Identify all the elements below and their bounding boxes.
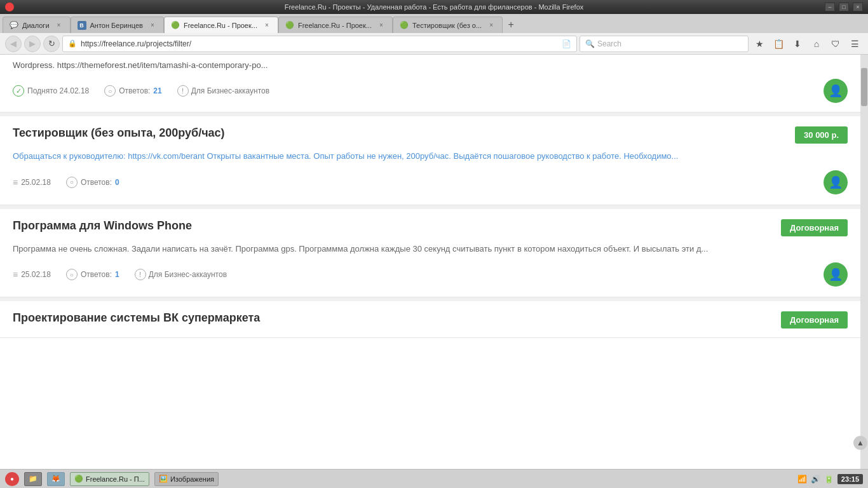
avatar-tester: 👤	[824, 170, 848, 194]
tab-close-freelance1[interactable]: ×	[262, 21, 271, 30]
project-header-tester: Тестировщик (без опыта, 200руб/час) 30 0…	[13, 126, 848, 144]
title-bar: Freelance.Ru - Проекты - Удаленная работ…	[0, 0, 868, 14]
tab-dialogi[interactable]: 💬 Диалоги ×	[3, 17, 71, 33]
project-price-tester: 30 000 р.	[795, 126, 848, 144]
comment-icon-windows: ○	[66, 269, 78, 280]
comment-icon-partial: ○	[104, 85, 116, 97]
project-header-windows: Программа для Windows Phone Договорная	[13, 219, 848, 236]
partial-answers: ○ Ответов: 21	[104, 85, 161, 97]
tab-tester[interactable]: 🟢 Тестировщик (без о... ×	[393, 17, 503, 33]
new-tab-button[interactable]: +	[503, 17, 519, 33]
tab-label-dialogi: Диалоги	[22, 22, 50, 29]
system-tray: 📶 🔊 🔋 23:15	[797, 474, 863, 484]
taskbar-files-button[interactable]: 📁	[24, 472, 42, 486]
answers-count-windows: 1	[115, 270, 119, 279]
menu-icon-tester: ≡	[13, 177, 18, 187]
answers-count-tester: 0	[115, 178, 119, 187]
network-icon: 📶	[797, 475, 807, 484]
tab-icon-freelance2: 🟢	[285, 21, 294, 30]
scroll-to-top-button[interactable]: ▲	[853, 436, 867, 450]
project-title-windows[interactable]: Программа для Windows Phone	[13, 219, 192, 233]
partial-answers-label: Ответов:	[119, 86, 150, 95]
partial-card: Wordpress. https://themeforest.net/item/…	[0, 55, 860, 112]
avatar-windows: 👤	[824, 262, 848, 287]
project-card-supermarket: Проектирование системы ВК супермаркета Д…	[0, 297, 860, 338]
bookmarks-star-button[interactable]: ★	[751, 36, 768, 52]
project-desc-windows: Программа не очень сложная. Задали напис…	[13, 243, 848, 255]
project-title-tester[interactable]: Тестировщик (без опыта, 200руб/час)	[13, 126, 225, 140]
search-icon: 🔍	[585, 39, 595, 48]
maximize-button[interactable]: □	[839, 3, 849, 11]
window-close-button[interactable]	[5, 3, 14, 11]
project-desc-normal-tester: Открыты вакантные места. Опыт работы не …	[205, 151, 679, 161]
volume-icon: 🔊	[811, 475, 820, 484]
avatar-icon-windows: 👤	[829, 268, 843, 281]
synced-tabs-button[interactable]: 📋	[770, 36, 787, 52]
project-meta-windows: ≡ 25.02.18 ○ Ответов: 1 ! Для Бизнес-акк…	[13, 262, 848, 287]
tab-label-anton: Антон Беринцев	[90, 22, 143, 29]
date-tester: ≡ 25.02.18	[13, 177, 51, 187]
nav-bar: ◀ ▶ ↻ 🔒 https://freelance.ru/projects/fi…	[0, 33, 868, 55]
tab-close-anton[interactable]: ×	[148, 21, 157, 30]
date-text-windows: 25.02.18	[21, 270, 51, 279]
taskbar-files-icon: 📁	[29, 475, 37, 483]
nav-right: 🔍 Search ★ 📋 ⬇ ⌂ 🛡 ☰	[580, 36, 863, 52]
tab-freelance2[interactable]: 🟢 Freelance.Ru - Проек... ×	[278, 17, 393, 33]
clock-time: 23:15	[841, 475, 859, 483]
tab-close-tester[interactable]: ×	[487, 21, 496, 30]
home-button[interactable]: ⌂	[808, 36, 825, 52]
address-bar[interactable]: 🔒 https://freelance.ru/projects/filter/ …	[62, 36, 577, 52]
close-button[interactable]: ×	[853, 3, 863, 11]
reload-button[interactable]: ↻	[43, 36, 60, 52]
partial-business-label: Для Бизнес-аккаунтов	[191, 86, 269, 95]
project-meta-tester: ≡ 25.02.18 ○ Ответов: 0 👤	[13, 170, 848, 194]
project-price-supermarket: Договорная	[781, 311, 848, 329]
taskbar-browser-button[interactable]: 🦊	[47, 472, 65, 486]
date-text-tester: 25.02.18	[21, 178, 51, 187]
tab-freelance1[interactable]: 🟢 Freelance.Ru - Проек... ×	[164, 17, 278, 33]
business-label-windows: Для Бизнес-аккаунтов	[149, 270, 227, 279]
project-price-windows: Договорная	[781, 219, 848, 236]
project-desc-text-windows: Программа не очень сложная. Задали напис…	[13, 244, 708, 254]
tab-close-freelance2[interactable]: ×	[377, 21, 386, 30]
start-icon: ●	[10, 475, 14, 482]
taskbar-images-button[interactable]: 🖼️ Изображения	[154, 472, 219, 486]
check-icon: ✓	[13, 85, 24, 97]
lock-icon: 🔒	[68, 39, 77, 48]
project-card-tester: Тестировщик (без опыта, 200руб/час) 30 0…	[0, 112, 860, 205]
tab-anton[interactable]: В Антон Беринцев ×	[71, 17, 164, 33]
start-button[interactable]: ●	[5, 472, 19, 486]
window-controls: – □ ×	[825, 3, 863, 11]
menu-button[interactable]: ☰	[846, 36, 863, 52]
forward-button[interactable]: ▶	[24, 36, 41, 52]
project-desc-tester: Обращаться к руководителю: https://vk.co…	[13, 150, 848, 163]
tab-label-tester: Тестировщик (без о...	[412, 22, 482, 29]
partial-card-text: Wordpress. https://themeforest.net/item/…	[13, 60, 848, 71]
search-bar[interactable]: 🔍 Search	[580, 36, 749, 52]
date-windows: ≡ 25.02.18	[13, 269, 51, 280]
search-placeholder: Search	[597, 39, 621, 48]
exclamation-icon-windows: !	[135, 269, 146, 280]
answers-tester: ○ Ответов: 0	[66, 177, 119, 188]
partial-raised: ✓ Поднято 24.02.18	[13, 85, 89, 97]
taskbar-freelance-button[interactable]: 🟢 Freelance.Ru - П...	[70, 472, 149, 486]
minimize-button[interactable]: –	[825, 3, 835, 11]
project-header-supermarket: Проектирование системы ВК супермаркета Д…	[13, 311, 848, 329]
url-text: https://freelance.ru/projects/filter/	[81, 39, 558, 48]
project-title-supermarket[interactable]: Проектирование системы ВК супермаркета	[13, 311, 260, 325]
scrollbar[interactable]: ▲	[860, 55, 868, 469]
downloads-button[interactable]: ⬇	[789, 36, 806, 52]
answers-label-tester: Ответов:	[81, 178, 112, 187]
partial-avatar: 👤	[824, 79, 848, 103]
pocket-button[interactable]: 🛡	[827, 36, 844, 52]
back-button[interactable]: ◀	[5, 36, 22, 52]
tab-close-dialogi[interactable]: ×	[55, 21, 64, 30]
window-title: Freelance.Ru - Проекты - Удаленная работ…	[285, 3, 584, 11]
battery-icon: 🔋	[824, 475, 834, 484]
tab-icon-anton: В	[78, 21, 86, 30]
project-desc-link-tester[interactable]: Обращаться к руководителю: https://vk.co…	[13, 151, 205, 161]
avatar-icon-partial: 👤	[829, 84, 843, 98]
business-windows: ! Для Бизнес-аккаунтов	[135, 269, 227, 280]
scroll-thumb[interactable]	[861, 68, 867, 106]
comment-icon-tester: ○	[66, 177, 78, 188]
